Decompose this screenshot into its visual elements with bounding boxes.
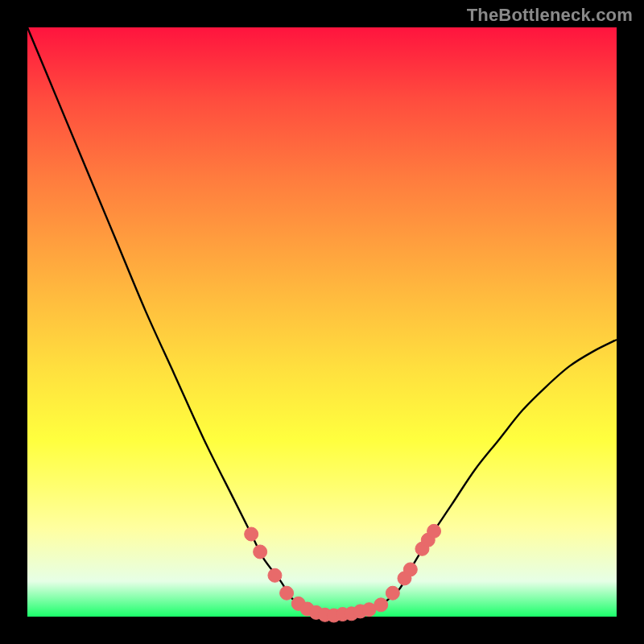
data-marker	[280, 586, 294, 600]
data-marker	[245, 527, 258, 541]
data-marker	[374, 598, 388, 612]
bottleneck-curve	[27, 27, 617, 616]
curve-layer	[27, 27, 617, 616]
data-marker	[386, 586, 399, 600]
data-marker	[403, 563, 417, 576]
bottleneck-chart	[0, 0, 644, 644]
data-marker	[268, 568, 282, 582]
marker-layer	[245, 524, 441, 622]
data-marker	[427, 524, 441, 538]
data-marker	[254, 545, 267, 559]
